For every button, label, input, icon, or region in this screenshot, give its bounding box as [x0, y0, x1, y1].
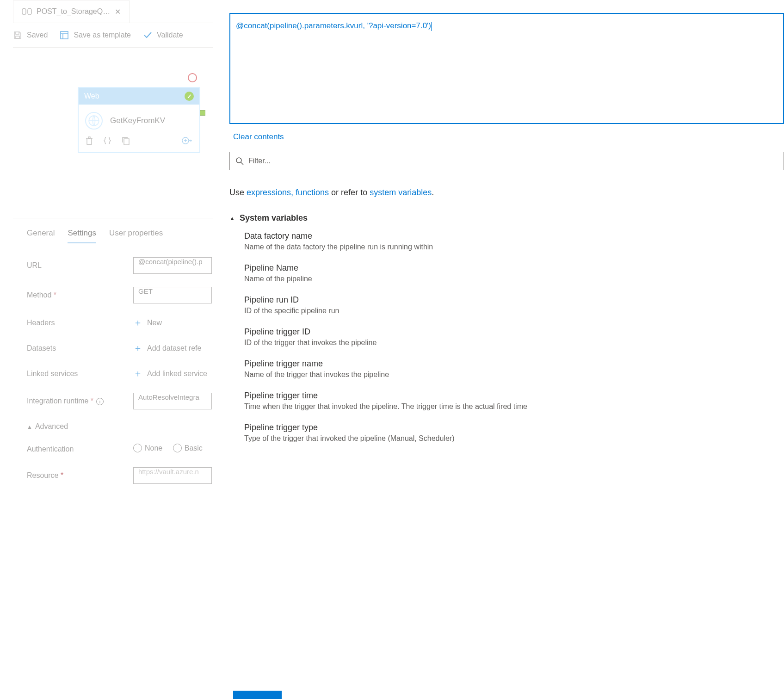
svg-rect-3	[61, 31, 68, 39]
search-icon	[235, 157, 244, 165]
validate-label: Validate	[157, 31, 183, 39]
saved-status: Saved	[13, 31, 48, 40]
expression-textarea[interactable]: @concat(pipeline().parameters.kvurl, '?a…	[229, 13, 784, 124]
sysvar-item[interactable]: Pipeline trigger time Time when the trig…	[244, 391, 784, 411]
tab-settings[interactable]: Settings	[68, 229, 96, 243]
sysvar-item[interactable]: Pipeline run ID ID of the specific pipel…	[244, 295, 784, 315]
success-icon: ✓	[185, 92, 194, 101]
tab-user-properties[interactable]: User properties	[109, 229, 163, 243]
method-label: Method *	[27, 291, 133, 299]
detail-tabs: General Settings User properties	[13, 218, 213, 243]
template-icon	[60, 31, 69, 40]
deactivated-indicator-icon	[188, 73, 197, 82]
save-icon	[13, 31, 22, 40]
delete-icon[interactable]	[85, 136, 93, 148]
sysvar-name: Pipeline trigger time	[244, 391, 784, 401]
resource-input[interactable]: https://vault.azure.n	[133, 467, 212, 484]
tab-general[interactable]: General	[27, 229, 55, 243]
url-label: URL	[27, 261, 133, 270]
sysvar-desc: Type of the trigger that invoked the pip…	[244, 434, 784, 443]
validate-button[interactable]: Validate	[143, 31, 183, 40]
plus-icon: ＋	[133, 342, 142, 354]
filter-input[interactable]	[248, 157, 778, 165]
sysvar-item[interactable]: Pipeline trigger type Type of the trigge…	[244, 423, 784, 443]
braces-icon[interactable]	[103, 136, 112, 148]
tab-title: POST_to_StorageQ…	[37, 7, 110, 16]
headers-label: Headers	[27, 319, 133, 327]
linked-services-label: Linked services	[27, 370, 133, 378]
svg-rect-2	[16, 36, 19, 38]
svg-point-7	[236, 158, 241, 163]
add-linked-service-button[interactable]: ＋Add linked service	[133, 367, 207, 380]
tab-bar: POST_to_StorageQ… ✕	[13, 0, 213, 23]
text-cursor	[431, 22, 432, 31]
sysvar-item[interactable]: Pipeline trigger ID ID of the trigger th…	[244, 327, 784, 347]
sysvar-item[interactable]: Data factory name Name of the data facto…	[244, 231, 784, 251]
save-as-template-label: Save as template	[74, 31, 131, 39]
url-input[interactable]: @concat(pipeline().p	[133, 257, 212, 274]
activity-type: Web	[84, 92, 99, 100]
advanced-toggle[interactable]: ▲Advanced	[27, 422, 68, 431]
activity-card[interactable]: Web ✓ GetKeyFromKV	[78, 87, 200, 153]
authentication-label: Authentication	[27, 445, 133, 453]
success-connector[interactable]	[200, 110, 205, 116]
expression-value: @concat(pipeline().parameters.kvurl, '?a…	[236, 21, 431, 30]
sysvar-name: Pipeline run ID	[244, 295, 784, 305]
clear-contents-link[interactable]: Clear contents	[233, 132, 284, 142]
globe-icon	[85, 112, 103, 130]
plus-icon: ＋	[133, 367, 142, 380]
resource-label: Resource *	[27, 471, 133, 480]
saved-label: Saved	[27, 31, 48, 39]
caret-down-icon: ▲	[229, 215, 235, 222]
sysvar-name: Pipeline trigger ID	[244, 327, 784, 337]
datasets-label: Datasets	[27, 344, 133, 353]
pipeline-canvas[interactable]: Web ✓ GetKeyFromKV	[13, 47, 213, 218]
sysvar-desc: Name of the data factory the pipeline ru…	[244, 243, 784, 251]
close-icon[interactable]: ✕	[115, 7, 121, 16]
auth-none-radio[interactable]: None	[133, 444, 162, 452]
svg-rect-0	[22, 8, 26, 15]
pipeline-icon	[22, 8, 32, 15]
system-variables-list: Data factory name Name of the data facto…	[244, 231, 784, 443]
finish-button[interactable]	[233, 691, 282, 699]
system-variables-section-header[interactable]: ▲ System variables	[229, 213, 784, 223]
caret-down-icon: ▲	[27, 424, 32, 430]
copy-icon[interactable]	[121, 136, 130, 148]
sysvar-name: Pipeline trigger type	[244, 423, 784, 433]
sysvar-desc: Name of the trigger that invokes the pip…	[244, 371, 784, 379]
sysvar-item[interactable]: Pipeline trigger name Name of the trigge…	[244, 359, 784, 379]
expression-builder-panel: @concat(pipeline().parameters.kvurl, '?a…	[228, 0, 784, 699]
sysvar-item[interactable]: Pipeline Name Name of the pipeline	[244, 263, 784, 283]
settings-form: URL @concat(pipeline().p Method * GET He…	[27, 257, 213, 484]
add-header-button[interactable]: ＋New	[133, 316, 162, 329]
sysvar-desc: ID of the trigger that invokes the pipel…	[244, 339, 784, 347]
save-as-template-button[interactable]: Save as template	[60, 31, 131, 40]
sysvar-name: Pipeline trigger name	[244, 359, 784, 369]
pipeline-tab[interactable]: POST_to_StorageQ… ✕	[13, 0, 130, 23]
check-icon	[143, 31, 152, 40]
sysvar-name: Data factory name	[244, 231, 784, 241]
activity-name: GetKeyFromKV	[110, 116, 165, 125]
expression-hint: Use expressions, functions or refer to s…	[229, 188, 784, 198]
info-icon[interactable]: i	[96, 398, 104, 405]
sysvar-name: Pipeline Name	[244, 263, 784, 273]
add-output-icon[interactable]	[182, 138, 193, 147]
plus-icon: ＋	[133, 316, 142, 329]
add-dataset-button[interactable]: ＋Add dataset refe	[133, 342, 201, 354]
integration-runtime-select[interactable]: AutoResolveIntegra	[133, 393, 212, 409]
svg-rect-5	[124, 139, 129, 145]
toolbar: Saved Save as template Validate	[0, 23, 213, 47]
expressions-functions-link[interactable]: expressions, functions	[247, 188, 329, 197]
integration-runtime-label: Integration runtime *i	[27, 397, 133, 405]
svg-rect-1	[28, 8, 31, 15]
sysvar-desc: Time when the trigger that invoked the p…	[244, 402, 784, 411]
method-select[interactable]: GET	[133, 287, 212, 303]
filter-input-container[interactable]	[229, 152, 784, 170]
sysvar-desc: ID of the specific pipeline run	[244, 307, 784, 315]
system-variables-link[interactable]: system variables	[370, 188, 432, 197]
sysvar-desc: Name of the pipeline	[244, 275, 784, 283]
auth-basic-radio[interactable]: Basic	[173, 444, 203, 452]
